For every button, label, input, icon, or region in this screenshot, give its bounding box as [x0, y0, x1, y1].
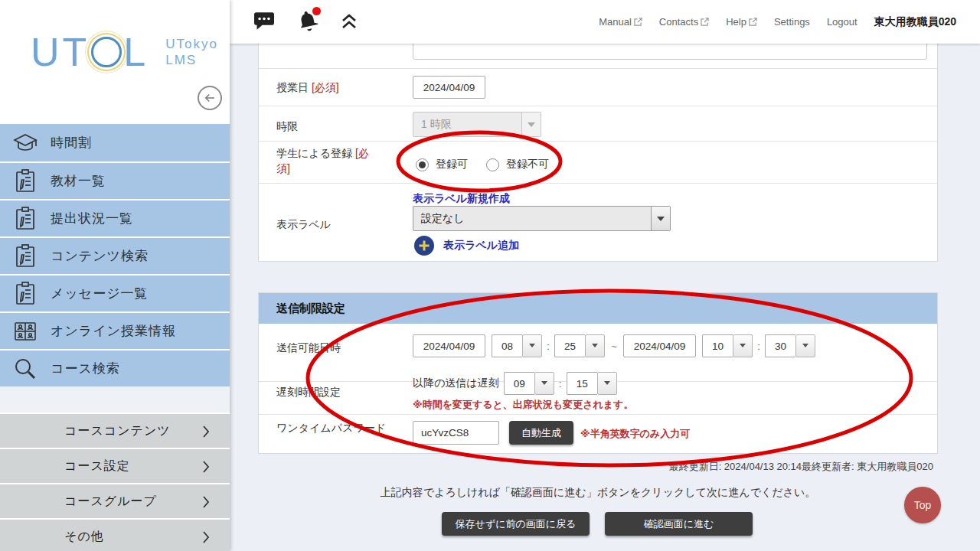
radio-deny[interactable]: [486, 158, 499, 171]
contacts-link[interactable]: Contacts: [659, 16, 709, 28]
end-minute-spinner: [765, 334, 815, 357]
sidebar-item-others[interactable]: その他: [0, 518, 230, 551]
send-period-controls: : ~ :: [413, 334, 815, 357]
display-label-label: 表示ラベル: [276, 217, 331, 232]
clipboard-icon: [0, 169, 51, 194]
spinner-arrow-icon[interactable]: [733, 334, 753, 357]
sidebar-item-messages[interactable]: メッセージ一覧: [0, 274, 230, 311]
sidebar-item-timetable[interactable]: 時間割: [0, 124, 230, 161]
otp-note: ※半角英数字のみ入力可: [580, 427, 690, 441]
create-display-label-link[interactable]: 表示ラベル新規作成: [413, 192, 510, 206]
class-date-label: 授業日 [必須]: [276, 80, 339, 95]
class-date-input[interactable]: [413, 76, 485, 99]
instruction-text: 上記内容でよろしければ「確認画面に進む」ボタンをクリックして次に進んでください。: [258, 486, 938, 500]
late-time-warning: ※時間を変更すると、出席状況も変更されます。: [413, 398, 633, 412]
collapse-up-icon[interactable]: [340, 12, 358, 34]
clipboard-icon: [0, 207, 51, 231]
help-link[interactable]: Help: [726, 16, 757, 28]
late-hour-input[interactable]: [504, 372, 534, 395]
logo-subtitle: UTokyo LMS: [165, 36, 218, 69]
dropdown-arrow-icon: [521, 112, 541, 136]
message-icon[interactable]: [253, 11, 276, 34]
send-restriction-title: 送信制限設定: [259, 293, 937, 324]
chevron-right-icon: [202, 425, 210, 438]
clipboard-icon: [0, 244, 51, 269]
last-updated-text: 最終更新日: 2024/04/13 20:14最終更新者: 東大用教職員020: [669, 460, 933, 474]
chevron-right-icon: [202, 461, 210, 473]
basic-settings-card: 授業日 [必須] 時限 1 時限 学生による登録 [必須] 登録可 登録不可: [258, 44, 938, 262]
spinner-arrow-icon[interactable]: [522, 334, 542, 357]
spinner-arrow-icon[interactable]: [585, 334, 605, 357]
sidebar-secondary-menu: コースコンテンツ コース設定 コースグループ その他: [0, 412, 230, 551]
radio-allow[interactable]: [416, 158, 429, 171]
search-icon: [0, 357, 51, 381]
sidebar-item-submission-status[interactable]: 提出状況一覧: [0, 199, 230, 236]
end-minute-input[interactable]: [765, 334, 795, 357]
logo-letters: L: [123, 32, 149, 72]
graduation-cap-icon: [0, 132, 51, 155]
sidebar-item-course-settings[interactable]: コース設定: [0, 448, 230, 483]
start-minute-spinner: [554, 334, 605, 357]
send-period-label: 送信可能日時: [276, 340, 341, 355]
late-time-prefix: 以降の送信は遅刻: [413, 377, 499, 390]
manual-link[interactable]: Manual: [599, 16, 642, 28]
truncated-top-input[interactable]: [413, 44, 927, 60]
scroll-top-button[interactable]: Top: [904, 487, 941, 523]
proceed-button[interactable]: 確認画面に進む: [605, 512, 753, 536]
radio-allow-label: 登録可: [436, 158, 468, 171]
otp-label: ワンタイムパスワード: [276, 420, 395, 435]
end-date-input[interactable]: [623, 334, 696, 357]
end-hour-input[interactable]: [702, 334, 733, 357]
sidebar-item-course-contents[interactable]: コースコンテンツ: [0, 412, 230, 448]
utol-logo: UT L UTokyo LMS: [31, 32, 218, 72]
content-area: 授業日 [必須] 時限 1 時限 学生による登録 [必須] 登録可 登録不可: [230, 44, 980, 551]
spinner-arrow-icon[interactable]: [795, 334, 815, 357]
add-display-label-link[interactable]: 表示ラベル追加: [443, 239, 519, 253]
sidebar-item-content-search[interactable]: コンテンツ検索: [0, 236, 230, 274]
late-minute-input[interactable]: [567, 372, 597, 395]
plus-icon[interactable]: [414, 236, 434, 256]
back-button[interactable]: 保存せずに前の画面に戻る: [442, 512, 590, 536]
sidebar-collapse-button[interactable]: [198, 86, 222, 110]
online-class-icon: [0, 321, 51, 342]
logout-link[interactable]: Logout: [827, 16, 858, 28]
radio-deny-label: 登録不可: [506, 158, 549, 171]
logo-letters: UT: [31, 32, 90, 72]
settings-link[interactable]: Settings: [774, 16, 810, 28]
clipboard-icon: [0, 282, 51, 306]
start-date-input[interactable]: [413, 334, 485, 357]
external-link-icon: [749, 18, 757, 26]
sidebar-item-course-search[interactable]: コース検索: [0, 349, 230, 386]
external-link-icon: [634, 18, 642, 26]
back-arrow-icon: [203, 91, 217, 105]
student-registration-options: 登録可 登録不可: [416, 158, 567, 171]
username: 東大用教職員020: [874, 15, 956, 29]
late-hour-spinner: [504, 372, 554, 395]
sidebar-primary-menu: 時間割 教材一覧 提出状況一覧: [0, 124, 230, 386]
late-time-label: 遅刻時間設定: [276, 384, 341, 399]
external-link-icon: [701, 18, 709, 26]
otp-generate-button[interactable]: 自動生成: [509, 421, 573, 445]
display-label-select[interactable]: 設定なし: [413, 206, 671, 231]
start-minute-input[interactable]: [554, 334, 585, 357]
start-hour-input[interactable]: [492, 334, 522, 357]
spinner-arrow-icon[interactable]: [597, 372, 617, 395]
period-label: 時限: [276, 119, 298, 134]
send-restriction-card: 送信制限設定 送信可能日時 : ~ :: [258, 292, 938, 454]
chevron-right-icon: [202, 496, 210, 508]
spinner-arrow-icon[interactable]: [534, 372, 554, 395]
notification-dot: [312, 7, 321, 15]
otp-input[interactable]: [413, 421, 499, 445]
late-time-controls: 以降の送信は遅刻 :: [413, 372, 617, 395]
sidebar-item-course-group[interactable]: コースグループ: [0, 483, 230, 518]
sidebar-item-online-class[interactable]: オンライン授業情報: [0, 311, 230, 349]
dropdown-arrow-icon: [651, 207, 670, 230]
notification-bell-icon[interactable]: [296, 9, 320, 37]
main-area: Manual Contacts Help Settings Logout 東大用…: [230, 0, 980, 551]
topbar: Manual Contacts Help Settings Logout 東大用…: [230, 0, 980, 44]
late-minute-spinner: [567, 372, 617, 395]
student-registration-label: 学生による登録 [必須]: [276, 145, 377, 177]
period-select[interactable]: 1 時限: [413, 112, 541, 137]
range-separator: ~: [605, 341, 623, 352]
sidebar-item-materials[interactable]: 教材一覧: [0, 161, 230, 199]
